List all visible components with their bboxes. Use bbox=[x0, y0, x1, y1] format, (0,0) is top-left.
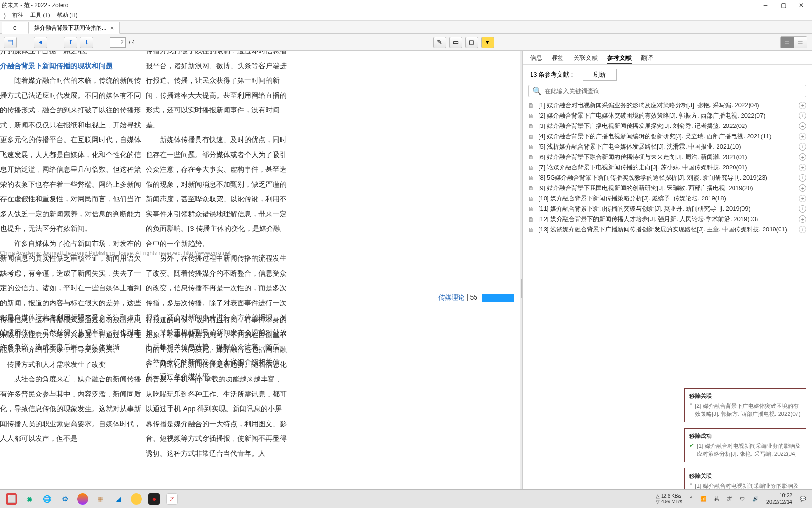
reference-text: [12] 媒介融合背景下的新闻传播人才培养[J]. 强月新. 人民论坛·学术前沿… bbox=[539, 215, 795, 223]
reference-item[interactable]: 🗎[2] 媒介融合背景下广电媒体突破困境的有效策略[J]. 郭振方. 西部广播电… bbox=[528, 111, 806, 121]
home-tab[interactable]: e bbox=[2, 22, 28, 34]
tray-up-icon[interactable]: ˄ bbox=[690, 496, 693, 502]
reference-item[interactable]: 🗎[3] 媒介融合背景下广播电视新闻传播发展探究[J]. 刘俞秀. 记者摇篮. … bbox=[528, 121, 806, 131]
tray-notifications-icon[interactable]: 💬 bbox=[800, 496, 806, 502]
reference-text: [2] 媒介融合背景下广电媒体突破困境的有效策略[J]. 郭振方. 西部广播电视… bbox=[539, 111, 795, 120]
reference-item[interactable]: 🗎[13] 浅谈媒介融合背景下广播新闻传播创新发展的实现路径[J]. 王童. 中… bbox=[528, 224, 806, 235]
window-titlebar: 的未来 - 范 - 2022 - Zotero ─ ▢ ✕ bbox=[0, 0, 812, 10]
taskbar-vscode-icon[interactable]: ◢ bbox=[113, 493, 124, 505]
add-reference-button[interactable]: + bbox=[799, 215, 806, 223]
add-reference-button[interactable]: + bbox=[799, 122, 806, 130]
taskbar-edge-icon[interactable]: ◉ bbox=[23, 493, 35, 505]
color-picker-button[interactable]: ▾ bbox=[481, 37, 494, 48]
taskbar-chrome-icon[interactable]: 🌐 bbox=[41, 493, 53, 505]
tray-wifi-icon[interactable]: 📶 bbox=[700, 496, 707, 502]
reference-item[interactable]: 🗎[6] 媒介融合背景下融合新闻的传播特征与未来走向[J]. 周浩. 新闻潮. … bbox=[528, 152, 806, 162]
ime-indicator[interactable]: 英 bbox=[714, 495, 719, 502]
add-reference-button[interactable]: + bbox=[799, 226, 806, 233]
add-reference-button[interactable]: + bbox=[799, 112, 806, 119]
tab-references[interactable]: 参考文献 bbox=[607, 54, 632, 64]
maximize-button[interactable]: ▢ bbox=[780, 2, 787, 8]
tab-info[interactable]: 信息 bbox=[530, 54, 542, 64]
reference-search-input[interactable] bbox=[545, 87, 802, 95]
clock[interactable]: 10:22 2022/12/14 bbox=[766, 492, 792, 505]
pdf-text: 传播方式打破了以往的限制，通过即时信息播报平台，诸如新浪网、微博、头条等客户端进… bbox=[146, 51, 287, 132]
add-reference-button[interactable]: + bbox=[799, 195, 806, 202]
tray-volume-icon[interactable]: 🔊 bbox=[752, 496, 759, 502]
taskbar-app-icon[interactable]: ⬜ bbox=[6, 493, 17, 505]
minimize-button[interactable]: ─ bbox=[762, 2, 769, 8]
tab-close-icon[interactable]: × bbox=[110, 24, 114, 32]
note-tool-button[interactable]: ▭ bbox=[449, 37, 462, 48]
doc-icon: 🗎 bbox=[528, 175, 535, 182]
menu-item[interactable]: ) bbox=[4, 12, 6, 19]
menu-item[interactable]: 帮助 (H) bbox=[57, 11, 78, 19]
page-number-input[interactable] bbox=[110, 37, 126, 48]
reference-item[interactable]: 🗎[4] 媒介融合背景下的广播电视新闻编辑的创新研究[J]. 吴立瑞. 西部广播… bbox=[528, 131, 806, 142]
tabbar: e 媒介融合背景下新闻传播的... × bbox=[0, 21, 812, 34]
search-icon: 🔍 bbox=[532, 87, 542, 95]
reference-item[interactable]: 🗎[7] 论媒介融合背景下电视新闻传播的走向[J]. 苏小妹. 中国传媒科技. … bbox=[528, 162, 806, 173]
reference-text: [9] 媒介融合背景下我国电视新闻的创新研究[J]. 宋瑞敏. 西部广播电视. … bbox=[539, 184, 795, 192]
taskbar-settings-icon[interactable]: ⚙ bbox=[59, 493, 70, 505]
view-mode-left-button[interactable]: ☰ bbox=[781, 37, 794, 48]
tab-related[interactable]: 关联文献 bbox=[573, 54, 598, 64]
view-mode-switch: ☰ ☰ bbox=[780, 36, 807, 48]
page-up-button[interactable]: ⬆ bbox=[64, 37, 77, 48]
page-num-label: 55 bbox=[470, 294, 478, 301]
pane-divider[interactable] bbox=[520, 51, 523, 508]
doc-icon: 🗎 bbox=[528, 154, 535, 161]
add-reference-button[interactable]: + bbox=[799, 102, 806, 109]
reference-item[interactable]: 🗎[10] 媒介融合背景下新闻传播策略分析[J]. 戚缤予. 传媒论坛. 201… bbox=[528, 193, 806, 204]
taskbar-firefox-icon[interactable] bbox=[77, 493, 88, 505]
add-reference-button[interactable]: + bbox=[799, 164, 806, 171]
reference-item[interactable]: 🗎[8] 5G媒介融合背景下新闻传播实践教学的途径探析[J]. 刘霞. 新闻研究… bbox=[528, 173, 806, 183]
reference-text: [4] 媒介融合背景下的广播电视新闻编辑的创新研究[J]. 吴立瑞. 西部广播电… bbox=[539, 132, 795, 141]
doc-icon: 🗎 bbox=[528, 226, 535, 233]
refresh-button[interactable]: 刷新 bbox=[583, 69, 617, 81]
doc-icon: 🗎 bbox=[528, 143, 535, 151]
pdf-viewer[interactable]: 介的媒体业中占据一席之地。 介融合背景下新闻传播的现状和问题 随着媒介融合时代的… bbox=[0, 51, 520, 508]
doc-icon: 🗎 bbox=[528, 206, 535, 213]
reference-text: [7] 论媒介融合背景下电视新闻传播的走向[J]. 苏小妹. 中国传媒科技. 2… bbox=[539, 163, 795, 172]
taskbar-zotero-icon[interactable]: Z bbox=[166, 493, 178, 505]
highlight-tool-button[interactable]: ✎ bbox=[433, 37, 446, 48]
reference-item[interactable]: 🗎[11] 媒介融合背景下新闻传播的突破与创新[J]. 莫亚丹. 新闻研究导刊.… bbox=[528, 204, 806, 214]
reference-text: [3] 媒介融合背景下广播电视新闻传播发展探究[J]. 刘俞秀. 记者摇篮. 2… bbox=[539, 122, 795, 130]
reference-item[interactable]: 🗎[12] 媒介融合背景下的新闻传播人才培养[J]. 强月新. 人民论坛·学术前… bbox=[528, 214, 806, 224]
reference-item[interactable]: 🗎[9] 媒介融合背景下我国电视新闻的创新研究[J]. 宋瑞敏. 西部广播电视.… bbox=[528, 183, 806, 193]
taskbar-record-icon[interactable]: ● bbox=[148, 493, 160, 505]
document-tab[interactable]: 媒介融合背景下新闻传播的... × bbox=[28, 22, 120, 34]
tab-translate[interactable]: 翻译 bbox=[641, 54, 653, 64]
toast-container: 移除关联❝[2] 媒介融合背景下广电媒体突破困境的有效策略[J]. 郭振方. 西… bbox=[684, 388, 806, 502]
menu-item[interactable]: 工具 (T) bbox=[30, 11, 50, 19]
sidebar-toggle-button[interactable]: ▤ bbox=[4, 37, 17, 48]
reference-item[interactable]: 🗎[5] 浅析媒介融合背景下广电全媒体发展路径[J]. 沈滑霖. 中国报业. 2… bbox=[528, 142, 806, 152]
reference-search[interactable]: 🔍 bbox=[528, 85, 806, 97]
nav-back-button[interactable]: ◄ bbox=[34, 37, 47, 48]
add-reference-button[interactable]: + bbox=[799, 205, 806, 213]
area-tool-button[interactable]: ◻ bbox=[465, 37, 478, 48]
reference-item[interactable]: 🗎[1] 媒介融合对电视新闻采编业务的影响及应对策略分析[J]. 张艳. 采写编… bbox=[528, 100, 806, 111]
tab-tags[interactable]: 标签 bbox=[552, 54, 564, 64]
window-title: 的未来 - 范 - 2022 - Zotero bbox=[2, 1, 68, 9]
add-reference-button[interactable]: + bbox=[799, 174, 806, 182]
page-down-button[interactable]: ⬇ bbox=[80, 37, 93, 48]
pdf-text: 随着媒介融合时代的来临，传统的新闻传播方式已法适应时代发展。不同的媒体有不同的传… bbox=[0, 73, 141, 236]
taskbar-app-icon[interactable] bbox=[131, 493, 142, 505]
close-button[interactable]: ✕ bbox=[798, 2, 804, 8]
taskbar-app-icon[interactable]: ▦ bbox=[95, 493, 106, 505]
reference-text: [6] 媒介融合背景下融合新闻的传播特征与未来走向[J]. 周浩. 新闻潮. 2… bbox=[539, 153, 795, 161]
add-reference-button[interactable]: + bbox=[799, 133, 806, 140]
tray-icon[interactable]: 🛡 bbox=[740, 496, 745, 502]
pdf-text: 行报道的时候，做到有血有肉，有事件本身的还原，有事件背后的思考，不同的栏目侧重不… bbox=[146, 312, 287, 460]
menu-item[interactable]: 前往 bbox=[12, 11, 23, 19]
reference-text: [5] 浅析媒介融合背景下广电全媒体发展路径[J]. 沈滑霖. 中国报业. 20… bbox=[539, 143, 795, 151]
ime-indicator[interactable]: 拼 bbox=[727, 495, 732, 502]
add-reference-button[interactable]: + bbox=[799, 184, 806, 192]
pdf-footer: China Academic Journal Electronic Publis… bbox=[0, 247, 231, 259]
add-reference-button[interactable]: + bbox=[799, 153, 806, 161]
network-stats: △ 12.6 KB/s ▽ 4.99 MB/s bbox=[656, 493, 682, 505]
view-mode-right-button[interactable]: ☰ bbox=[794, 37, 807, 48]
add-reference-button[interactable]: + bbox=[799, 143, 806, 151]
